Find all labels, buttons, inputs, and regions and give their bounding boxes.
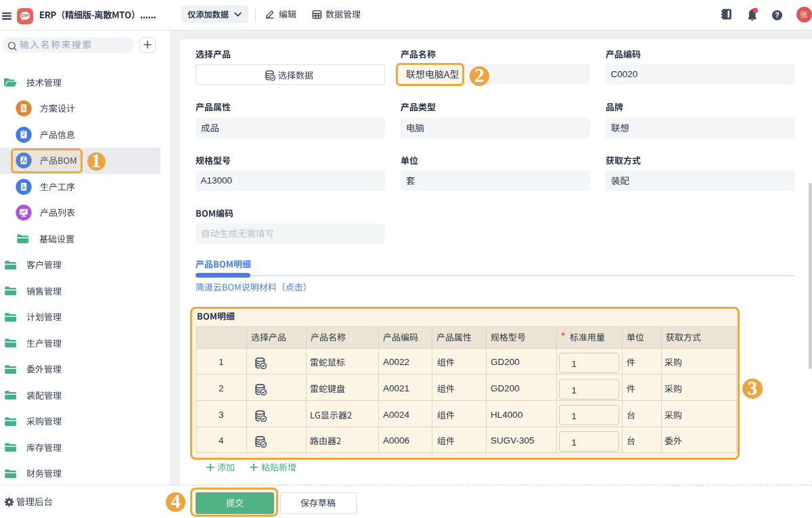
svg-text:ERP: ERP [21,14,29,18]
svg-text:?: ? [775,11,779,19]
